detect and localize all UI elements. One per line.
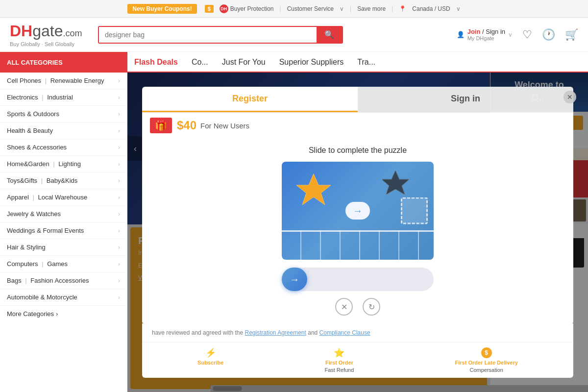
nav-bar: ALL CATEGORIES Flash Deals Co... Just Fo… [0,52,588,73]
dollar-icon: $ [481,347,492,358]
sidebar-item-weddings[interactable]: Weddings & Formal Events › [0,222,127,239]
sidebar-item-sports[interactable]: Sports & Outdoors › [0,106,127,122]
slider-bar: → [282,268,434,291]
sidebar-item-health-beauty[interactable]: Health & Beauty › [0,122,127,139]
puzzle-image: → [282,162,434,260]
user-account[interactable]: 👤 Join / Sign in My DHgate ∨ [457,28,513,41]
sidebar-item-electronics[interactable]: Electronics | Industrial › [0,89,127,106]
wishlist-icon[interactable]: ♡ [522,28,532,41]
sidebar-label1: Cell Phones [7,77,41,84]
nav-just-for-you[interactable]: Just For You [215,52,272,73]
sidebar-item-toys[interactable]: Toys&Gifts | Baby&Kids › [0,172,127,189]
more-categories-label: More Categories [7,310,54,318]
nav-flash-deals[interactable]: Flash Deals [127,52,185,73]
sidebar-label1: Hair & Styling [7,244,46,251]
dark-star-icon [382,169,409,196]
more-chevron-icon: › [56,310,58,318]
register-tab[interactable]: Register [142,87,358,112]
sign-in-tab[interactable]: Sign in [358,87,573,112]
slider-thumb[interactable]: → [282,268,307,291]
sign-in-text: Sign in [486,28,505,35]
buyer-protection: DH Buyer Protection [220,4,274,13]
cart-icon[interactable]: 🛒 [565,28,578,41]
sidebar-label1: Apparel [7,194,29,201]
benefit-sublabel: Fast Refund [324,367,354,373]
and-text: and [308,329,319,336]
customer-service-link[interactable]: Customer Service [287,5,334,12]
sidebar-label2: Renewable Energy [50,77,104,84]
benefit-label: First Order [325,360,353,366]
compliance-clause-link[interactable]: Compliance Clause [319,329,370,336]
history-icon[interactable]: 🕐 [542,28,555,41]
sidebar-label1: Electronics [7,94,38,101]
sidebar-item-hair[interactable]: Hair & Styling › [0,239,127,256]
all-categories-label: ALL CATEGORIES [7,59,63,66]
nav-co[interactable]: Co... [185,52,215,73]
search-button[interactable]: 🔍 [317,27,342,43]
logo[interactable]: DH gate .com [10,22,88,40]
nav-item-label: Tra... [357,58,375,67]
all-categories-btn[interactable]: ALL CATEGORIES [0,52,127,73]
coupon-bar: 🎁 $40 For New Users [142,112,573,138]
puzzle-cancel-btn[interactable]: ✕ [335,298,353,316]
benefits-bar: ⚡ Subscribe ⭐ First Order Fast Refund $ … [142,342,573,378]
sidebar-item-cell-phones[interactable]: Cell Phones | Renewable Energy › [0,73,127,89]
modal-container: ✕ Register Sign in 🎁 $40 For New Users S… [142,87,573,378]
sidebar-label2: Lighting [58,160,81,168]
dollar-badge: $ [205,5,214,13]
new-buyer-coupons-badge[interactable]: New Buyer Coupons! [127,4,196,14]
chevron-icon: › [118,177,120,184]
my-dhgate-text: My DHgate [467,35,505,41]
sidebar-label1: Shoes & Accessories [7,144,67,151]
sidebar-label2: Local Warehouse [38,194,87,201]
logo-com: .com [63,28,82,39]
modal-close-btn[interactable]: ✕ [564,91,576,103]
star-icon: ⭐ [334,347,344,358]
chevron-icon: › [118,294,120,301]
sidebar-label1: Toys&Gifts [7,177,37,184]
sidebar-label1: Jewelry & Watches [7,210,61,218]
user-icon: 👤 [457,31,465,38]
chevron-icon: › [118,277,120,284]
sidebar-item-jewelry[interactable]: Jewelry & Watches › [0,206,127,222]
search-input[interactable] [99,27,317,43]
sidebar-item-shoes[interactable]: Shoes & Accessories › [0,139,127,156]
sidebar-item-home-garden[interactable]: Home&Garden | Lighting › [0,156,127,172]
nav-item-label: Just For You [222,58,266,67]
sidebar-label2: Baby&Kids [47,177,78,184]
sidebar-label1: Sports & Outdoors [7,110,59,118]
sidebar-item-automobile[interactable]: Automobile & Motorcycle › [0,289,127,306]
region-selector[interactable]: Canada / USD [412,5,450,12]
chevron-icon: › [118,161,120,168]
puzzle-section: Slide to complete the puzzle → [142,138,573,323]
sidebar-item-apparel[interactable]: Apparel | Local Warehouse › [0,189,127,206]
sidebar-label1: Home&Garden [7,160,49,168]
coupon-amount-text: $40 [177,119,196,132]
nav-superior-suppliers[interactable]: Superior Suppliers [272,52,351,73]
refresh-icon: ↻ [368,302,375,312]
main-container: Cell Phones | Renewable Energy › Electro… [0,73,588,392]
sidebar-item-bags[interactable]: Bags | Fashion Accessories › [0,272,127,289]
grid-overlay [282,230,434,260]
benefit-label: Subscribe [197,360,223,366]
benefit-fast-refund: ⭐ First Order Fast Refund [324,347,354,373]
logo-dh: DH [10,22,32,40]
save-more-link[interactable]: Save more [357,5,386,12]
nav-tra[interactable]: Tra... [350,52,382,73]
sidebar-label1: Weddings & Formal Events [7,227,84,234]
sidebar: Cell Phones | Renewable Energy › Electro… [0,73,127,392]
sidebar-label1: Bags [7,277,22,284]
sidebar-more-categories[interactable]: More Categories › [0,306,127,322]
coupon-for-text: For New Users [200,122,249,130]
puzzle-title: Slide to complete the puzzle [152,146,564,155]
nav-item-label: Superior Suppliers [279,58,344,67]
chevron-icon: › [118,261,120,268]
nav-item-label: Co... [192,58,208,67]
sidebar-item-computers[interactable]: Computers | Games › [0,256,127,272]
chevron-icon: › [118,211,120,218]
join-text: Join [467,28,481,35]
registration-agreement-link[interactable]: Registration Agreement [245,329,306,336]
puzzle-refresh-btn[interactable]: ↻ [363,298,380,316]
benefit-late-delivery: $ First Order Late Delivery Compersation [455,347,518,373]
benefit-subscribe: ⚡ Subscribe [197,347,223,373]
